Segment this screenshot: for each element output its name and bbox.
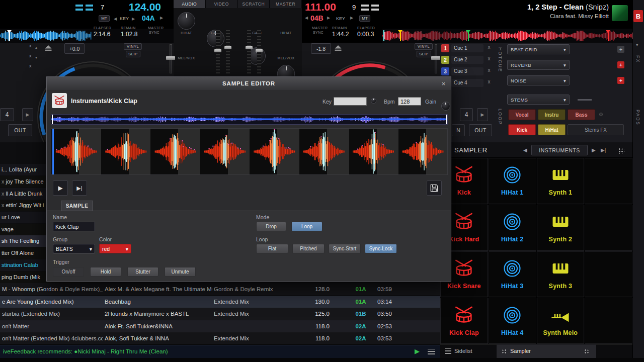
key-prev-icon[interactable]: ◀	[114, 17, 117, 21]
stem-vocal-button[interactable]: Vocal	[508, 109, 536, 120]
hotcue-4-label[interactable]: Cue 4	[451, 79, 484, 87]
sampler-pad-empty[interactable]	[585, 205, 632, 251]
hihat-knob-left[interactable]	[178, 12, 195, 30]
hotcue-3-pad[interactable]: 3	[441, 67, 449, 75]
skip-end-icon[interactable]: ▶|	[601, 147, 606, 153]
stem-knob-dot[interactable]	[599, 113, 603, 116]
trigger-unmute-button[interactable]: Unmute	[165, 267, 196, 277]
view-grid-icon[interactable]	[618, 147, 624, 154]
menu-icon[interactable]	[428, 349, 435, 354]
sampler-pad-empty[interactable]	[585, 298, 632, 344]
key-knob[interactable]	[371, 98, 376, 104]
nudge-down-icon[interactable]: ▾	[35, 55, 37, 60]
sampler-pad-empty[interactable]	[585, 158, 632, 204]
save-button[interactable]	[427, 180, 442, 196]
pitch-value-left[interactable]: +0.0	[64, 43, 85, 54]
sync-label[interactable]: SYNC	[149, 31, 159, 34]
slip-button-left[interactable]: SLIP	[126, 51, 140, 57]
chevron-down-icon[interactable]: ▾	[636, 42, 638, 47]
stems-mini-slider[interactable]	[578, 99, 592, 101]
master-label[interactable]: MASTER	[148, 26, 164, 30]
sampler-pad-hihat4[interactable]: HiHat 4	[489, 298, 536, 344]
fx-add-button[interactable]: +	[617, 61, 624, 68]
mode-loop-button[interactable]: Loop	[291, 222, 323, 231]
stem-kick-button[interactable]: Kick	[508, 124, 536, 135]
stem-hihat-button[interactable]: HiHat	[538, 124, 566, 135]
table-row[interactable]: on't Matter (Extended Mix) 4clubbers.com…	[0, 332, 440, 344]
sampler-pad-synth3[interactable]: Synth 3	[537, 251, 585, 298]
stem-instru-button[interactable]: Instru	[538, 109, 566, 120]
loop-size-left[interactable]: 4	[0, 108, 14, 121]
vinyl-button-left[interactable]: VINYL	[124, 43, 142, 50]
key-prev-icon[interactable]: ◀	[305, 16, 308, 20]
tab-audio[interactable]: AUDIO	[174, 0, 206, 8]
loop-next-icon[interactable]: ▶	[477, 108, 488, 121]
sync-label[interactable]: SYNC	[313, 31, 324, 34]
fader-handle[interactable]	[256, 49, 263, 52]
trigger-hold-button[interactable]: Hold	[90, 267, 121, 277]
bpm-input[interactable]	[398, 97, 421, 106]
eject-icon[interactable]	[334, 45, 342, 51]
loop-synclock-button[interactable]: Sync-Lock	[365, 244, 397, 253]
stem-bass-button[interactable]: Bass	[568, 109, 595, 120]
grid-view-icon[interactable]	[584, 348, 590, 354]
mode-drop-button[interactable]: Drop	[256, 222, 286, 231]
vinyl-button-right[interactable]: VINYL	[415, 43, 433, 50]
hotcue-4-delete[interactable]: x	[486, 79, 492, 87]
fx-add-button[interactable]: +	[617, 46, 624, 53]
cue-delete-icon[interactable]: x	[29, 53, 32, 58]
close-icon[interactable]: ×	[439, 79, 448, 88]
sampler-pad-kickclap[interactable]: Kick Clap	[440, 298, 488, 344]
sampler-pad-hihat2[interactable]: HiHat 2	[489, 205, 536, 251]
hotcue-1-delete[interactable]: x	[486, 44, 492, 52]
fader-handle[interactable]	[246, 46, 253, 49]
sampler-pad-empty[interactable]	[585, 251, 632, 298]
loop-out-button-right[interactable]: OUT	[469, 124, 492, 136]
loop-next-icon[interactable]: ▶	[22, 108, 33, 121]
sampler-pad-synthmelo[interactable]: Synth Melo	[537, 298, 585, 344]
key-input[interactable]	[334, 97, 367, 106]
hotcue-1-pad[interactable]: 1	[441, 44, 449, 52]
name-input[interactable]	[53, 222, 95, 231]
fader-handle[interactable]	[214, 49, 221, 52]
trigger-stutter-button[interactable]: Stutter	[127, 267, 158, 277]
tab-master[interactable]: MASTER	[270, 0, 302, 8]
pitch-slider-handle-left[interactable]	[166, 56, 175, 60]
remove-icon[interactable]: x	[2, 178, 5, 185]
stems-dropdown[interactable]: STEMS▾	[507, 95, 570, 105]
play-recommendation-icon[interactable]: ▶	[415, 345, 420, 358]
cue-delete-icon[interactable]: x	[29, 63, 32, 68]
sampler-pad-hihat1[interactable]: HiHat 1	[489, 158, 536, 204]
slip-button-right[interactable]: SLIP	[417, 51, 431, 57]
loop-syncstart-button[interactable]: Sync-Start	[329, 244, 361, 253]
sampler-bank-button[interactable]: INSTRUMENTS	[531, 145, 588, 155]
hotcue-2-label[interactable]: Cue 2	[451, 56, 484, 64]
table-row[interactable]: sturbia (Extended Mix) 2Hounds x Mannymo…	[0, 308, 440, 320]
sample-waveform[interactable]	[51, 129, 447, 174]
loop-pitched-button[interactable]: Pitched	[292, 244, 325, 253]
eject-icon[interactable]	[44, 45, 52, 51]
fx-add-button[interactable]: +	[617, 77, 624, 84]
remove-icon[interactable]: x	[2, 202, 5, 208]
sampler-pad-synth1[interactable]: Synth 1	[537, 158, 585, 204]
group-select[interactable]: BEATS▾	[53, 244, 95, 253]
deck-left-waveform[interactable]	[0, 30, 92, 41]
hotcue-3-label[interactable]: Cue 3	[451, 67, 484, 75]
tab-scratch[interactable]: SCRATCH	[238, 0, 270, 8]
stems-fx-button[interactable]: Stems FX	[568, 124, 624, 135]
tab-sidelist[interactable]: Sidelist	[440, 344, 497, 358]
trigger-onoff-button[interactable]: On/off	[53, 267, 84, 277]
bank-next-icon[interactable]: ▶	[592, 147, 596, 153]
cue-delete-icon[interactable]: x	[29, 43, 32, 48]
deck-b-badge[interactable]: B	[633, 10, 643, 22]
table-row[interactable]: e Are Young (Extended Mix) Beachbag Exte…	[0, 296, 440, 308]
tab-sampler[interactable]: Sampler	[497, 344, 596, 358]
fx-slot-beatgrid[interactable]: BEAT GRID▾	[507, 44, 570, 54]
bank-prev-icon[interactable]: ◀	[523, 147, 527, 153]
loop-out-button-left[interactable]: OUT	[8, 124, 32, 136]
pitch-slider-handle-right[interactable]	[431, 56, 440, 60]
table-row[interactable]: on't Matter Alok Ft. Sofi Tukker&INNA 11…	[0, 320, 440, 332]
table-row[interactable]: M - Whoomp (Gordon & Doyle Remix)_Cmp3.e…	[0, 283, 440, 295]
loop-in-button-right[interactable]: N	[452, 124, 465, 136]
gain-knob[interactable]	[441, 102, 450, 111]
